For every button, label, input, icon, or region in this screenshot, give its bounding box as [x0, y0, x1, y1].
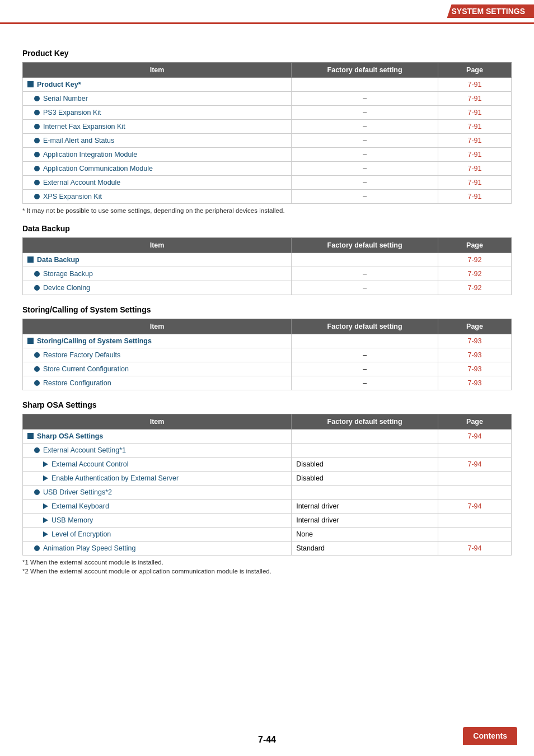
- table-row: USB Memory Internal driver: [23, 514, 512, 528]
- row-page: 7-92: [438, 281, 512, 295]
- bullet-triangle-icon: [43, 531, 48, 537]
- row-page: [438, 444, 512, 458]
- col-header-page-2: Page: [438, 238, 512, 253]
- row-label: Product Key*: [37, 81, 81, 88]
- row-default: [292, 444, 438, 458]
- row-page: 7-91: [438, 148, 512, 162]
- table-row: Product Key* 7-91: [23, 78, 512, 92]
- bullet-circle-icon: [34, 166, 40, 171]
- row-label: Enable Authentication by External Server: [51, 474, 179, 482]
- col-header-default-1: Factory default setting: [292, 63, 438, 78]
- row-default: –: [292, 348, 438, 362]
- bullet-circle-icon: [34, 124, 40, 129]
- row-label: Restore Factory Defaults: [43, 351, 120, 359]
- row-label: USB Memory: [51, 516, 93, 524]
- row-default: Disabled: [292, 472, 438, 486]
- bullet-circle-icon: [34, 194, 40, 199]
- product-key-table: Item Factory default setting Page Produc…: [22, 62, 512, 204]
- table-row: Restore Configuration – 7-93: [23, 376, 512, 390]
- row-default: [292, 430, 438, 444]
- row-page: 7-91: [438, 176, 512, 190]
- row-page: [438, 486, 512, 500]
- row-page: 7-94: [438, 458, 512, 472]
- row-default: Disabled: [292, 458, 438, 472]
- row-label: External Account Setting*1: [43, 446, 126, 454]
- row-page: 7-93: [438, 362, 512, 376]
- bullet-triangle-icon: [43, 517, 48, 523]
- row-label: External Account Module: [43, 179, 120, 186]
- row-page: 7-93: [438, 376, 512, 390]
- row-label: Device Cloning: [43, 284, 90, 292]
- table-row: Serial Number – 7-91: [23, 92, 512, 106]
- bullet-triangle-icon: [43, 503, 48, 509]
- row-label: Sharp OSA Settings: [37, 432, 103, 440]
- row-default: [292, 334, 438, 348]
- bullet-circle-icon: [34, 180, 40, 185]
- col-header-item-4: Item: [23, 414, 292, 430]
- col-header-default-3: Factory default setting: [292, 319, 438, 334]
- bullet-circle-icon: [34, 545, 40, 551]
- row-label: Internet Fax Expansion Kit: [43, 123, 125, 130]
- col-header-item-3: Item: [23, 319, 292, 334]
- row-page: 7-91: [438, 162, 512, 176]
- row-label: Storage Backup: [43, 270, 93, 278]
- bullet-square-icon: [27, 338, 34, 344]
- product-key-footnote: * It may not be possible to use some set…: [22, 207, 512, 214]
- col-header-page-3: Page: [438, 319, 512, 334]
- table-row: External Account Control Disabled 7-94: [23, 458, 512, 472]
- row-label: Data Backup: [37, 256, 79, 264]
- row-default: Internal driver: [292, 500, 438, 514]
- row-page: 7-94: [438, 500, 512, 514]
- row-default: –: [292, 148, 438, 162]
- row-label: PS3 Expansion Kit: [43, 109, 101, 116]
- table-row: Sharp OSA Settings 7-94: [23, 430, 512, 444]
- row-page: 7-94: [438, 542, 512, 556]
- row-default: –: [292, 362, 438, 376]
- system-settings-title: SYSTEM SETTINGS: [447, 4, 534, 18]
- row-page: [438, 528, 512, 542]
- row-default: Internal driver: [292, 514, 438, 528]
- table-row: Enable Authentication by External Server…: [23, 472, 512, 486]
- row-label: Store Current Configuration: [43, 365, 129, 373]
- table-row: External Account Module – 7-91: [23, 176, 512, 190]
- row-default: –: [292, 376, 438, 390]
- table-row: Storing/Calling of System Settings 7-93: [23, 334, 512, 348]
- section-title-sharp-osa: Sharp OSA Settings: [22, 400, 512, 409]
- row-default: –: [292, 162, 438, 176]
- row-page: 7-91: [438, 134, 512, 148]
- row-label: Application Communication Module: [43, 165, 153, 172]
- row-label: Level of Encryption: [51, 530, 111, 538]
- table-row: PS3 Expansion Kit – 7-91: [23, 106, 512, 120]
- table-row: USB Driver Settings*2: [23, 486, 512, 500]
- bullet-square-icon: [27, 256, 34, 263]
- table-row: Internet Fax Expansion Kit – 7-91: [23, 120, 512, 134]
- row-label: Application Integration Module: [43, 151, 137, 158]
- bullet-square-icon: [27, 433, 34, 439]
- col-header-default-2: Factory default setting: [292, 238, 438, 253]
- row-page: [438, 472, 512, 486]
- section-title-data-backup: Data Backup: [22, 224, 512, 233]
- bullet-circle-icon: [34, 489, 40, 495]
- col-header-item-1: Item: [23, 63, 292, 78]
- bullet-circle-icon: [34, 152, 40, 157]
- row-label: Storing/Calling of System Settings: [37, 337, 152, 345]
- row-default: [292, 253, 438, 267]
- row-page: [438, 514, 512, 528]
- row-page: 7-93: [438, 348, 512, 362]
- row-default: [292, 78, 438, 92]
- bullet-circle-icon: [34, 271, 40, 277]
- bullet-circle-icon: [34, 110, 40, 115]
- table-row: Application Communication Module – 7-91: [23, 162, 512, 176]
- row-label: External Account Control: [51, 460, 129, 468]
- row-page: 7-92: [438, 253, 512, 267]
- sharp-osa-footnote2: *2 When the external account module or a…: [22, 568, 512, 575]
- section-title-storing: Storing/Calling of System Settings: [22, 305, 512, 314]
- row-default: None: [292, 528, 438, 542]
- row-label: XPS Expansion Kit: [43, 193, 102, 200]
- row-page: 7-91: [438, 106, 512, 120]
- main-content: Product Key Item Factory default setting…: [0, 33, 534, 608]
- row-page: 7-91: [438, 120, 512, 134]
- contents-button[interactable]: Contents: [463, 727, 517, 745]
- data-backup-table: Item Factory default setting Page Data B…: [22, 237, 512, 295]
- row-default: –: [292, 92, 438, 106]
